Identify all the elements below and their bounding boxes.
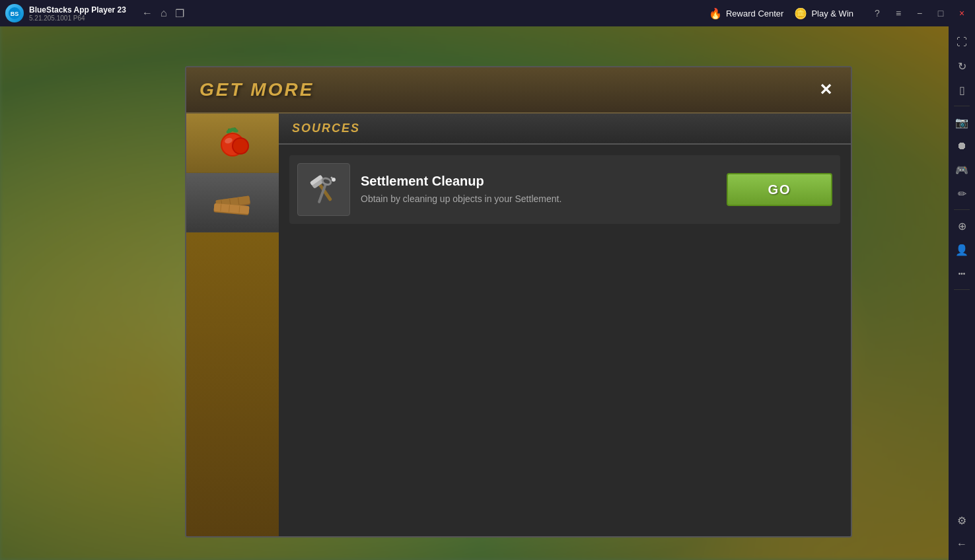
svg-text:BS: BS (11, 11, 19, 17)
play-win-button[interactable]: 🪙 Play & Win (794, 7, 853, 20)
play-win-label: Play & Win (811, 9, 853, 18)
rotate-icon[interactable]: ↻ (951, 55, 972, 77)
top-bar: BS BlueStacks App Player 23 5.21.205.100… (0, 0, 975, 26)
svg-point-26 (331, 177, 333, 179)
top-bar-nav: ← ⌂ ❐ (142, 7, 184, 20)
expand-icon[interactable]: ⛶ (951, 32, 972, 53)
wood-resource-item[interactable] (186, 173, 279, 232)
app-version: 5.21.205.1001 P64 (29, 15, 126, 22)
back-button[interactable]: ← (142, 7, 153, 19)
help-button[interactable]: ? (869, 5, 885, 21)
top-bar-right: 🔥 Reward Center 🪙 Play & Win ? ≡ − □ × (709, 5, 970, 21)
camera-icon[interactable]: 📷 (951, 112, 972, 133)
sources-title: SOURCES (292, 122, 360, 135)
modal-header: GET MORE ✕ (186, 67, 851, 114)
svg-point-8 (233, 139, 248, 153)
menu-button[interactable]: ≡ (890, 5, 906, 21)
settlement-cleanup-item: Settlement Cleanup Obtain by cleaning up… (289, 155, 840, 224)
sidebar-divider-2 (954, 209, 970, 210)
bluestacks-logo: BS (5, 4, 24, 22)
sidebar-divider-3 (954, 289, 970, 290)
left-panel (186, 114, 279, 536)
flame-icon: 🔥 (709, 7, 722, 20)
app-title: BlueStacks App Player 23 5.21.205.1001 P… (29, 5, 126, 22)
top-bar-left: BS BlueStacks App Player 23 5.21.205.100… (5, 4, 184, 22)
minimize-button[interactable]: − (912, 5, 927, 21)
tomato-icon (213, 123, 252, 163)
modal-body: SOURCES (186, 114, 851, 536)
location-icon[interactable]: ⊕ (951, 215, 972, 236)
tomato-resource-item[interactable] (186, 114, 279, 173)
reward-center-button[interactable]: 🔥 Reward Center (709, 7, 783, 20)
maximize-button[interactable]: □ (933, 5, 949, 21)
coin-icon: 🪙 (794, 7, 807, 20)
app-name: BlueStacks App Player 23 (29, 5, 126, 15)
right-panel: SOURCES (279, 114, 851, 536)
get-more-modal: GET MORE ✕ (185, 66, 852, 538)
right-sidebar: ⛶ ↻ ▯ 📷 ⏺ 🎮 ✏ ⊕ 👤 ••• ⚙ ← (949, 26, 975, 560)
sources-header: SOURCES (279, 114, 851, 145)
modal-title: GET MORE (199, 79, 314, 100)
settlement-cleanup-name: Settlement Cleanup (361, 174, 716, 189)
settlement-cleanup-info: Settlement Cleanup Obtain by cleaning up… (361, 174, 716, 206)
top-bar-actions: ? ≡ − □ × (869, 5, 970, 21)
source-list: Settlement Cleanup Obtain by cleaning up… (279, 145, 851, 240)
person-icon[interactable]: 👤 (951, 239, 972, 260)
main-content: GET MORE ✕ (0, 26, 949, 560)
more-icon[interactable]: ••• (951, 263, 972, 284)
settlement-cleanup-desc: Obtain by cleaning up objects in your Se… (361, 193, 716, 206)
controls-icon[interactable]: 🎮 (951, 159, 972, 180)
go-button[interactable]: GO (727, 173, 832, 206)
record-icon[interactable]: ⏺ (951, 135, 972, 157)
portrait-icon[interactable]: ▯ (951, 79, 972, 100)
sidebar-divider-1 (954, 106, 970, 106)
edit-icon[interactable]: ✏ (951, 183, 972, 204)
modal-close-button[interactable]: ✕ (814, 78, 838, 102)
multitab-button[interactable]: ❐ (175, 7, 184, 20)
wood-icon (213, 186, 252, 219)
close-button[interactable]: × (954, 5, 970, 21)
reward-center-label: Reward Center (726, 9, 783, 18)
settlement-cleanup-icon-box (297, 163, 350, 216)
home-button[interactable]: ⌂ (161, 7, 167, 19)
arrow-left-icon[interactable]: ← (951, 534, 972, 555)
settings-icon[interactable]: ⚙ (951, 510, 972, 531)
